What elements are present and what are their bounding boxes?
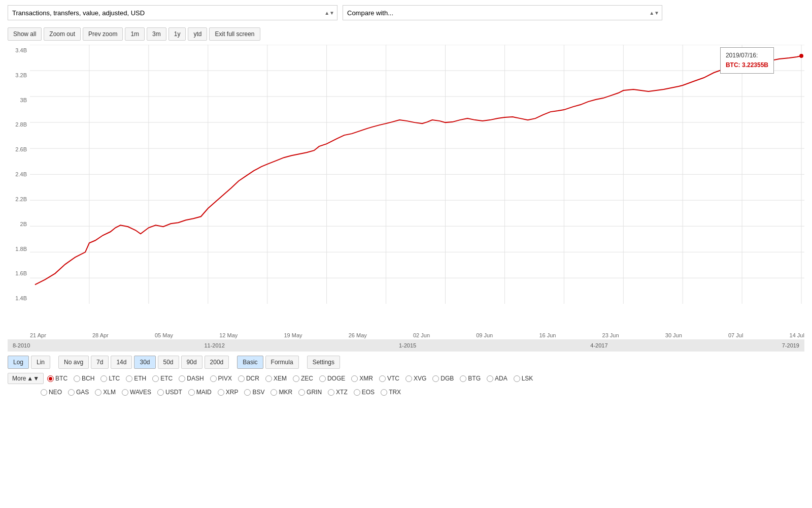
coin-neo-radio — [41, 389, 47, 396]
1y-button[interactable]: 1y — [168, 27, 186, 41]
coin-bsv-radio — [244, 389, 251, 396]
3m-button[interactable]: 3m — [147, 27, 166, 41]
settings-button[interactable]: Settings — [307, 356, 340, 369]
timeline-labels: 8-2010 11-2012 1-2015 4-2017 7-2019 — [13, 342, 799, 348]
compare-dropdown-wrapper: Compare with... ▲▼ — [343, 5, 662, 20]
y-label-2-8b: 2.8B — [8, 121, 27, 128]
more-label: More — [12, 375, 26, 382]
coin-etc-label: ETC — [160, 375, 173, 382]
coin-dcr-label: DCR — [246, 375, 259, 382]
coin-btc-label: BTC — [55, 375, 67, 382]
timeline-2017: 4-2017 — [590, 342, 607, 348]
coin-btc[interactable]: BTC — [45, 373, 70, 384]
coin-doge-label: DOGE — [327, 375, 345, 382]
coin-vtc[interactable]: VTC — [377, 373, 402, 384]
x-label-28apr: 28 Apr — [92, 332, 109, 338]
tooltip-value: BTC: 3.22355B — [726, 60, 768, 70]
coin-vtc-label: VTC — [387, 375, 399, 382]
coin-ada[interactable]: ADA — [484, 373, 510, 384]
lin-button[interactable]: Lin — [31, 356, 50, 369]
coin-bch[interactable]: BCH — [71, 373, 97, 384]
coin-lsk[interactable]: LSK — [511, 373, 536, 384]
90d-button[interactable]: 90d — [181, 356, 202, 369]
coin-usdt-label: USDT — [165, 389, 182, 396]
coin-xrp[interactable]: XRP — [215, 387, 241, 397]
coin-btc-radio — [47, 375, 54, 382]
zoom-controls: Show all Zoom out Prev zoom 1m 3m 1y ytd… — [0, 25, 812, 45]
coin-eos[interactable]: EOS — [351, 387, 377, 397]
coin-xem-radio — [265, 375, 272, 382]
y-label-3-2b: 3.2B — [8, 72, 27, 78]
coin-xtz[interactable]: XTZ — [325, 387, 350, 397]
coin-trx[interactable]: TRX — [378, 387, 403, 397]
14d-button[interactable]: 14d — [111, 356, 132, 369]
zoom-out-button[interactable]: Zoom out — [44, 27, 81, 41]
coin-waves[interactable]: WAVES — [119, 387, 154, 397]
ytd-button[interactable]: ytd — [188, 27, 207, 41]
1m-button[interactable]: 1m — [125, 27, 145, 41]
coin-xlm[interactable]: XLM — [92, 387, 118, 397]
coin-pivx[interactable]: PIVX — [208, 373, 234, 384]
coin-eos-label: EOS — [362, 389, 375, 396]
coin-bsv-label: BSV — [252, 389, 264, 396]
x-label-02jun: 02 Jun — [413, 332, 430, 338]
coin-bsv[interactable]: BSV — [242, 387, 267, 397]
y-label-3-4b: 3.4B — [8, 47, 27, 53]
timeline-2010: 8-2010 — [13, 342, 30, 348]
coin-xmr[interactable]: XMR — [349, 373, 376, 384]
coin-zec-label: ZEC — [301, 375, 313, 382]
exit-fullscreen-button[interactable]: Exit full screen — [209, 27, 260, 41]
coin-doge-radio — [319, 375, 326, 382]
tooltip-amount: 3.22355B — [742, 61, 768, 69]
no-avg-button[interactable]: No avg — [58, 356, 89, 369]
timeline-bar[interactable]: 8-2010 11-2012 1-2015 4-2017 7-2019 — [8, 339, 804, 352]
coin-trx-label: TRX — [389, 389, 401, 396]
tooltip-date: 2019/07/16: — [726, 51, 768, 60]
coin-ltc[interactable]: LTC — [98, 373, 122, 384]
coin-maid[interactable]: MAID — [186, 387, 214, 397]
prev-zoom-button[interactable]: Prev zoom — [83, 27, 123, 41]
y-label-3b: 3B — [8, 97, 27, 103]
basic-button[interactable]: Basic — [237, 356, 263, 369]
coin-maid-radio — [188, 389, 195, 396]
coin-eth-label: ETH — [134, 375, 146, 382]
x-label-21apr: 21 Apr — [30, 332, 46, 338]
x-label-16jun: 16 Jun — [539, 332, 556, 338]
30d-button[interactable]: 30d — [134, 356, 155, 369]
coin-mkr-radio — [270, 389, 277, 396]
coin-dgb[interactable]: DGB — [430, 373, 456, 384]
coin-trx-radio — [381, 389, 387, 396]
coin-dcr[interactable]: DCR — [235, 373, 262, 384]
coin-dcr-radio — [238, 375, 245, 382]
200d-button[interactable]: 200d — [205, 356, 229, 369]
coin-pivx-label: PIVX — [218, 375, 232, 382]
coin-neo[interactable]: NEO — [38, 387, 64, 397]
7d-button[interactable]: 7d — [91, 356, 109, 369]
chart-end-dot — [799, 54, 803, 58]
more-button[interactable]: More ▲▼ — [8, 373, 44, 384]
coin-eth[interactable]: ETH — [123, 373, 149, 384]
coin-etc[interactable]: ETC — [150, 373, 175, 384]
coin-gas[interactable]: GAS — [65, 387, 91, 397]
show-all-button[interactable]: Show all — [8, 27, 42, 41]
coin-btg[interactable]: BTG — [457, 373, 483, 384]
main-metric-dropdown[interactable]: Transactions, transfers, value, adjusted… — [8, 5, 337, 20]
compare-dropdown[interactable]: Compare with... — [343, 5, 662, 20]
y-label-2-4b: 2.4B — [8, 171, 27, 177]
50d-button[interactable]: 50d — [158, 356, 179, 369]
coin-doge[interactable]: DOGE — [317, 373, 348, 384]
x-label-23jun: 23 Jun — [602, 332, 619, 338]
log-button[interactable]: Log — [8, 356, 29, 369]
coin-btg-label: BTG — [468, 375, 481, 382]
coin-usdt[interactable]: USDT — [155, 387, 185, 397]
coin-grin[interactable]: GRIN — [296, 387, 324, 397]
x-label-05may: 05 May — [155, 332, 173, 338]
coin-xvg[interactable]: XVG — [403, 373, 429, 384]
coin-dash[interactable]: DASH — [176, 373, 206, 384]
coin-zec[interactable]: ZEC — [290, 373, 316, 384]
formula-button[interactable]: Formula — [265, 356, 299, 369]
coin-dash-radio — [179, 375, 185, 382]
coin-mkr[interactable]: MKR — [268, 387, 295, 397]
coin-xem[interactable]: XEM — [263, 373, 289, 384]
coin-dgb-radio — [432, 375, 439, 382]
